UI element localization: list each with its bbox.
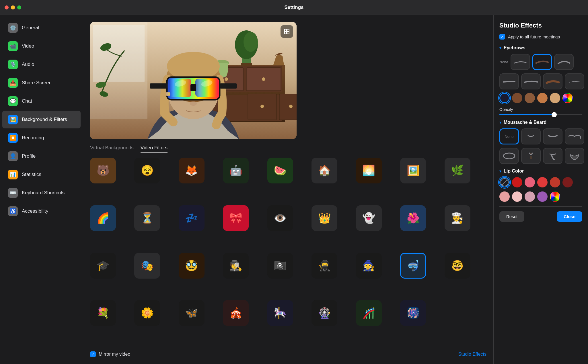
moustache-option-none[interactable]: None [499, 128, 519, 144]
eyebrow-option-subtle[interactable] [565, 73, 584, 89]
sidebar-item-audio[interactable]: 🎙️ Audio [2, 56, 81, 73]
sidebar-item-bg-filters[interactable]: 🖼️ Background & Filters [2, 111, 81, 128]
filter-item[interactable]: 🖼️ [400, 158, 426, 183]
lip-color-dark-red[interactable] [562, 177, 573, 187]
close-button[interactable]: Close [557, 211, 582, 222]
lip-color-mauve[interactable] [525, 191, 535, 202]
eyebrows-section-header[interactable]: ▾ Eyebrows [499, 45, 582, 50]
sidebar-item-recording[interactable]: ⏺️ Recording [2, 129, 81, 147]
close-button[interactable] [5, 5, 9, 9]
maximize-button[interactable] [17, 5, 21, 9]
filter-item[interactable]: 🎡 [311, 300, 337, 326]
eyebrow-color-tan[interactable] [537, 93, 548, 103]
eyebrow-option-medium[interactable] [532, 54, 552, 70]
filter-item[interactable]: 🐻 [90, 158, 116, 183]
filter-item[interactable]: 🤿 [400, 253, 426, 279]
lip-colors-row1 [499, 177, 582, 187]
filter-item[interactable]: 💤 [179, 205, 205, 231]
filter-item[interactable]: 🧙 [356, 253, 382, 279]
lip-color-light-pink[interactable] [512, 191, 522, 202]
sidebar-item-accessibility[interactable]: ♿ Accessibility [2, 202, 81, 220]
eyebrow-option-wide[interactable] [521, 73, 541, 89]
sidebar-item-share-screen[interactable]: 📤 Share Screen [2, 74, 81, 92]
lip-color-red3[interactable] [550, 177, 560, 187]
filter-item[interactable]: 🏠 [311, 158, 337, 183]
filter-item[interactable]: 💐 [90, 300, 116, 326]
filter-item[interactable]: 🤓 [445, 253, 470, 279]
filter-item[interactable]: 🌈 [90, 205, 116, 231]
sidebar-item-keyboard[interactable]: ⌨️ Keyboard Shortcuts [2, 184, 81, 202]
filter-item[interactable]: 🌿 [445, 158, 470, 183]
main-layout: ⚙️ General 📹 Video 🎙️ Audio 📤 Share Scre… [0, 15, 588, 364]
minimize-button[interactable] [11, 5, 15, 9]
moustache-option-medium[interactable] [543, 128, 562, 144]
filter-item[interactable]: 🎀 [223, 205, 249, 231]
sidebar-item-statistics[interactable]: 📊 Statistics [2, 166, 81, 183]
tab-video-filters[interactable]: Video Filters [141, 145, 168, 153]
mirror-checkbox[interactable]: ✓ Mirror my video [90, 351, 130, 357]
opacity-slider-track[interactable] [499, 114, 582, 115]
sidebar-item-profile[interactable]: 👤 Profile [2, 147, 81, 165]
moustache-option-full[interactable] [499, 148, 519, 164]
moustache-option-wizard[interactable] [543, 148, 562, 164]
eyebrow-option-thick-brown[interactable] [543, 73, 562, 89]
filter-item[interactable]: 🍉 [267, 158, 293, 183]
tab-virtual-backgrounds[interactable]: Virtual Backgrounds [90, 145, 134, 153]
reset-button[interactable]: Reset [499, 211, 524, 222]
sidebar-item-chat[interactable]: 💬 Chat [2, 92, 81, 110]
lip-color-light-red[interactable] [499, 191, 510, 202]
moustache-option-handlebar[interactable] [565, 128, 584, 144]
lip-color-purple[interactable] [537, 191, 548, 202]
filter-item[interactable]: 🕵️ [223, 253, 249, 279]
eyebrow-option-low[interactable] [499, 73, 519, 89]
filter-item[interactable]: 👑 [311, 205, 337, 231]
lip-color-red1[interactable] [512, 177, 522, 187]
filter-item[interactable]: 🌼 [134, 300, 160, 326]
filter-item[interactable]: 🦋 [179, 300, 205, 326]
eyebrow-color-light[interactable] [550, 93, 560, 103]
apply-all-checkbox[interactable]: ✓ [499, 34, 505, 40]
filter-item[interactable]: 🌺 [400, 205, 426, 231]
filter-item[interactable]: 🎠 [267, 300, 293, 326]
filter-item[interactable]: 🥸 [179, 253, 205, 279]
filter-item[interactable]: 🏴‍☠️ [267, 253, 293, 279]
filter-item[interactable]: 😵 [134, 158, 160, 183]
filter-item[interactable]: 🎢 [356, 300, 382, 326]
filter-item[interactable]: 🤖 [223, 158, 249, 183]
filter-item[interactable]: 🥷 [311, 253, 337, 279]
moustache-section-header[interactable]: ▾ Moustache & Beard [499, 120, 582, 125]
sidebar-item-general[interactable]: ⚙️ General [2, 19, 81, 37]
eyebrow-color-rainbow[interactable] [562, 93, 573, 103]
filter-item[interactable]: 👻 [356, 205, 382, 231]
lip-color-section-header[interactable]: ▾ Lip Color [499, 169, 582, 174]
moustache-option-thin[interactable] [521, 128, 541, 144]
eyebrow-option-arch[interactable] [554, 54, 574, 70]
filter-item[interactable]: 🎪 [223, 300, 249, 326]
filter-item[interactable]: 👨‍🍳 [445, 205, 470, 231]
eyebrow-color-dark[interactable] [499, 93, 510, 103]
filter-item[interactable]: 🌅 [356, 158, 382, 183]
filter-item[interactable]: 🦊 [179, 158, 205, 183]
lip-color-pink1[interactable] [525, 177, 535, 187]
eyebrow-color-brown2[interactable] [525, 93, 535, 103]
eyebrow-option-thin[interactable] [511, 54, 530, 70]
opacity-slider-thumb[interactable] [552, 112, 557, 117]
studio-effects-link[interactable]: Studio Effects [458, 352, 486, 357]
sidebar-label-general: General [22, 25, 39, 31]
sidebar-item-video[interactable]: 📹 Video [2, 37, 81, 55]
preview-expand-button[interactable] [281, 25, 293, 38]
filter-item[interactable]: 🎆 [400, 300, 426, 326]
moustache-option-stubble[interactable] [565, 148, 584, 164]
lip-color-red2[interactable] [537, 177, 548, 187]
filter-item[interactable]: 👁️ [267, 205, 293, 231]
moustache-option-goatee[interactable] [521, 148, 541, 164]
filter-item[interactable]: 🎓 [90, 253, 116, 279]
lip-color-rainbow2[interactable] [550, 191, 560, 202]
eyebrow-color-brown1[interactable] [512, 93, 522, 103]
lip-chevron: ▾ [499, 169, 501, 173]
apply-all-label: Apply to all future meetings [508, 34, 560, 39]
filter-item[interactable]: 🎭 [134, 253, 160, 279]
lip-color-title: Lip Color [504, 169, 524, 174]
filter-item[interactable]: ⏳ [134, 205, 160, 231]
lip-color-none[interactable] [499, 177, 510, 187]
